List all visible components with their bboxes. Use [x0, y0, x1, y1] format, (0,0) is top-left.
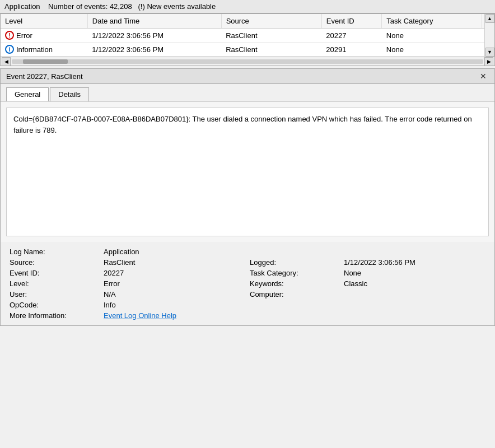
- table-row[interactable]: ! Error 1/12/2022 3:06:56 PM RasClient 2…: [1, 29, 494, 43]
- datetime-cell: 1/12/2022 3:06:56 PM: [87, 29, 221, 43]
- level-cell: i Information: [1, 43, 87, 57]
- close-button[interactable]: ✕: [478, 72, 489, 81]
- scroll-left-button[interactable]: ◀: [2, 57, 11, 66]
- scroll-down-button[interactable]: ▼: [485, 48, 494, 57]
- logged-value: 1/12/2022 3:06:56 PM: [344, 258, 485, 267]
- info-icon: i: [5, 45, 14, 54]
- source-value: RasClient: [104, 258, 245, 267]
- tabs-bar: General Details: [1, 84, 494, 102]
- app-name: Application: [4, 2, 40, 11]
- level-label: Level:: [10, 279, 99, 288]
- col-header-taskcategory[interactable]: Task Category: [382, 14, 482, 29]
- vertical-scrollbar[interactable]: ▲ ▼: [484, 14, 494, 57]
- keywords-label: Keywords:: [250, 279, 339, 288]
- user-value: N/A: [104, 290, 245, 298]
- col-header-level[interactable]: Level: [1, 14, 87, 29]
- opcode-label: OpCode:: [10, 301, 99, 309]
- app-titlebar: Application Number of events: 42,208 (!)…: [0, 0, 495, 13]
- tab-details[interactable]: Details: [50, 87, 89, 101]
- horizontal-scrollbar[interactable]: ◀ ▶: [1, 57, 494, 66]
- log-name-value: Application: [104, 248, 245, 256]
- col-header-datetime[interactable]: Date and Time: [87, 14, 221, 29]
- scroll-up-button[interactable]: ▲: [485, 14, 494, 23]
- event-id-value: 20227: [104, 269, 245, 277]
- event-message-box: Cold={6DB874CF-07AB-0007-E08A-B86DAB07D8…: [6, 108, 489, 236]
- event-detail-panel: Event 20227, RasClient ✕ General Details…: [0, 68, 495, 326]
- col-header-eventid[interactable]: Event ID: [321, 14, 382, 29]
- log-name-label: Log Name:: [10, 248, 99, 256]
- scroll-right-button[interactable]: ▶: [484, 57, 493, 66]
- event-count: Number of events: 42,208: [48, 2, 132, 11]
- eventid-cell: 20291: [321, 43, 382, 57]
- table-row[interactable]: i Information 1/12/2022 3:06:56 PM RasCl…: [1, 43, 494, 57]
- more-info-link[interactable]: Event Log Online Help: [104, 311, 245, 320]
- more-info-label: More Information:: [10, 311, 99, 320]
- new-events-notice: (!) New events available: [138, 2, 216, 11]
- logged-label: Logged:: [250, 258, 339, 267]
- keywords-value: Classic: [344, 279, 485, 288]
- source-cell: RasClient: [221, 43, 321, 57]
- task-category-value: None: [344, 269, 485, 277]
- source-cell: RasClient: [221, 29, 321, 43]
- col-header-source[interactable]: Source: [221, 14, 321, 29]
- level-cell: ! Error: [1, 29, 87, 43]
- event-message-text: Cold={6DB874CF-07AB-0007-E08A-B86DAB07D8…: [13, 115, 472, 134]
- event-table-container: Level Date and Time Source Event ID Task…: [0, 13, 495, 66]
- source-label: Source:: [10, 258, 99, 267]
- hscroll-track: [12, 59, 483, 64]
- level-value: Error: [104, 279, 245, 288]
- event-table: Level Date and Time Source Event ID Task…: [1, 14, 494, 57]
- computer-label: Computer:: [250, 290, 339, 298]
- taskcategory-cell: None: [382, 29, 482, 43]
- error-icon: !: [5, 31, 14, 40]
- event-detail-title: Event 20227, RasClient: [6, 72, 83, 81]
- event-meta: Log Name: Application Source: RasClient …: [1, 242, 494, 325]
- event-detail-titlebar: Event 20227, RasClient ✕: [1, 69, 494, 84]
- tab-general[interactable]: General: [6, 87, 49, 101]
- task-category-label: Task Category:: [250, 269, 339, 277]
- taskcategory-cell: None: [382, 43, 482, 57]
- hscroll-thumb[interactable]: [23, 59, 68, 64]
- user-label: User:: [10, 290, 99, 298]
- opcode-value: Info: [104, 301, 245, 309]
- eventid-cell: 20227: [321, 29, 382, 43]
- tab-content-general: Cold={6DB874CF-07AB-0007-E08A-B86DAB07D8…: [1, 102, 494, 242]
- event-id-label: Event ID:: [10, 269, 99, 277]
- computer-value: [344, 290, 485, 298]
- datetime-cell: 1/12/2022 3:06:56 PM: [87, 43, 221, 57]
